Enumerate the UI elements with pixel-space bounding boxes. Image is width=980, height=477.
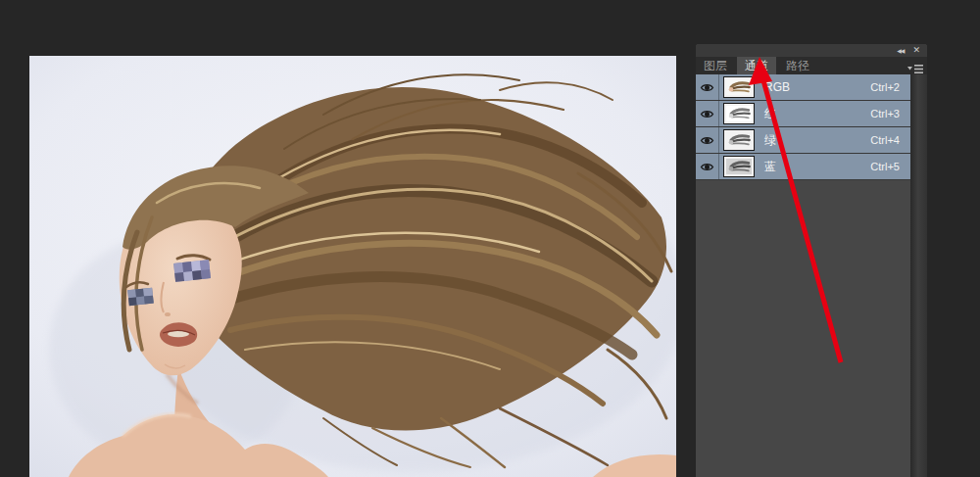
panel-menu-icon[interactable] xyxy=(907,61,923,72)
document-canvas[interactable] xyxy=(29,56,676,477)
channel-shortcut: Ctrl+2 xyxy=(870,81,900,93)
channel-shortcut: Ctrl+3 xyxy=(870,108,900,119)
tab-paths[interactable]: 路径 xyxy=(778,57,817,74)
channel-row-blue[interactable]: 蓝 Ctrl+5 xyxy=(696,154,910,180)
panel-header: ◀◀ ✕ xyxy=(696,44,927,57)
close-panel-icon[interactable]: ✕ xyxy=(912,46,920,55)
channels-panel: ◀◀ ✕ 图层 通道 路径 xyxy=(696,44,927,477)
channel-thumbnail[interactable] xyxy=(723,129,755,151)
channel-row-green[interactable]: 绿 Ctrl+4 xyxy=(696,127,910,154)
panel-right-gutter xyxy=(910,74,927,477)
eye-icon xyxy=(700,82,714,93)
eye-icon xyxy=(700,162,714,172)
channel-row-rgb[interactable]: RGB Ctrl+2 xyxy=(696,74,910,101)
channel-row-red[interactable]: 红 Ctrl+3 xyxy=(696,101,910,127)
channels-list: RGB Ctrl+2 红 Ctrl+3 xyxy=(696,74,910,477)
channel-thumbnail[interactable] xyxy=(723,103,755,124)
visibility-toggle[interactable] xyxy=(696,154,719,179)
eye-icon xyxy=(700,109,714,119)
tab-layers[interactable]: 图层 xyxy=(696,57,735,74)
visibility-toggle[interactable] xyxy=(696,127,719,153)
tab-channels[interactable]: 通道 xyxy=(737,57,776,74)
channel-label: RGB xyxy=(764,80,790,94)
visibility-toggle[interactable] xyxy=(696,101,719,126)
channel-thumbnail[interactable] xyxy=(723,156,755,177)
channel-shortcut: Ctrl+4 xyxy=(870,134,900,146)
channel-shortcut: Ctrl+5 xyxy=(870,161,900,172)
visibility-toggle[interactable] xyxy=(696,74,719,100)
collapse-panel-icon[interactable]: ◀◀ xyxy=(897,48,904,54)
panel-tab-bar: 图层 通道 路径 xyxy=(696,57,927,74)
channel-thumbnail[interactable] xyxy=(723,76,755,98)
eye-icon xyxy=(700,135,714,146)
photo-woman-flowing-hair xyxy=(29,56,676,477)
channel-label: 绿 xyxy=(764,132,776,149)
channel-label: 蓝 xyxy=(764,159,776,175)
channel-label: 红 xyxy=(764,106,776,122)
